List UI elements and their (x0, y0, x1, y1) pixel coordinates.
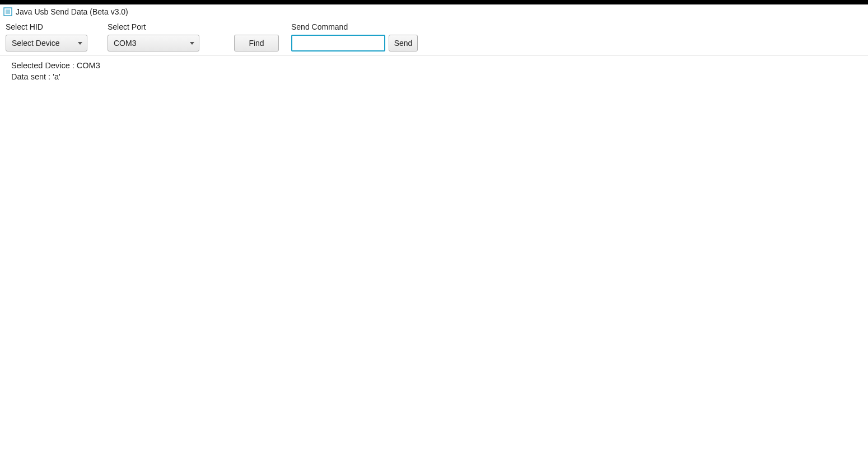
find-group: Find (234, 21, 279, 51)
log-output: Selected Device : COM3 Data sent : 'a' (0, 55, 868, 87)
select-hid-value: Select Device (12, 39, 60, 48)
command-input[interactable] (291, 35, 385, 51)
send-command-row: Send (291, 35, 418, 51)
send-command-label: Send Command (291, 21, 418, 32)
find-label-spacer (234, 21, 279, 32)
svg-rect-1 (6, 10, 10, 14)
window-top-border (0, 0, 868, 4)
select-port-value: COM3 (114, 39, 136, 48)
find-button[interactable]: Find (234, 35, 279, 51)
select-port-label: Select Port (108, 21, 220, 32)
send-button[interactable]: Send (389, 35, 418, 51)
select-hid-label: Select HID (6, 21, 97, 32)
select-hid-group: Select HID Select Device (6, 21, 97, 51)
app-icon (3, 7, 12, 16)
title-bar: Java Usb Send Data (Beta v3.0) (0, 4, 868, 19)
toolbar: Select HID Select Device Select Port COM… (0, 19, 868, 55)
select-port-dropdown[interactable]: COM3 (108, 35, 199, 51)
select-port-group: Select Port COM3 (108, 21, 220, 51)
window-title: Java Usb Send Data (Beta v3.0) (16, 7, 128, 16)
log-line: Data sent : 'a' (11, 71, 857, 82)
chevron-down-icon (78, 42, 82, 45)
log-line: Selected Device : COM3 (11, 60, 857, 71)
chevron-down-icon (190, 42, 194, 45)
send-command-group: Send Command Send (291, 21, 418, 51)
select-hid-dropdown[interactable]: Select Device (6, 35, 87, 51)
